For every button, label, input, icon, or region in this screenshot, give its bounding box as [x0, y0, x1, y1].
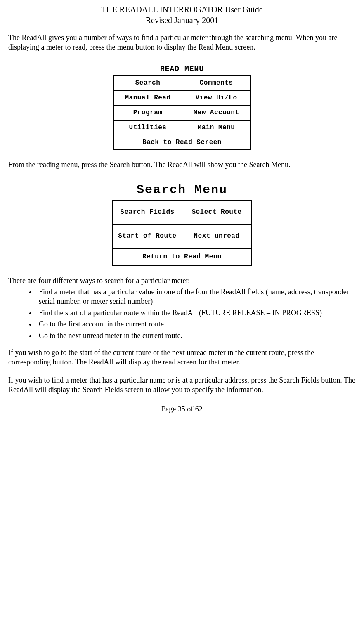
search-fields-button[interactable]: Search Fields: [112, 200, 182, 225]
list-item: Go to the first account in the current r…: [36, 319, 356, 329]
manual-read-button[interactable]: Manual Read: [113, 90, 182, 106]
paragraph-search-intro: From the reading menu, press the Search …: [8, 160, 356, 170]
list-item: Find a meter that has a particular value…: [36, 287, 356, 307]
paragraph-start-route: If you wish to go to the start of the cu…: [8, 348, 356, 367]
page-number: Page 35 of 62: [8, 404, 356, 414]
search-menu-screenshot: Search Menu Search Fields Select Route S…: [8, 180, 356, 266]
return-to-read-menu-button[interactable]: Return to Read Menu: [112, 248, 252, 266]
utilities-button[interactable]: Utilities: [113, 120, 182, 135]
view-hilo-button[interactable]: View Hi/Lo: [182, 90, 251, 106]
paragraph-four-ways: There are four different ways to search …: [8, 276, 356, 286]
read-menu-screenshot: READ MENU Search Comments Manual Read Vi…: [8, 63, 356, 150]
select-route-button[interactable]: Select Route: [182, 200, 252, 225]
main-menu-button[interactable]: Main Menu: [182, 120, 251, 135]
page-header: THE READALL INTERROGATOR User Guide Revi…: [8, 4, 356, 26]
doc-title: THE READALL INTERROGATOR User Guide: [8, 4, 356, 15]
search-button[interactable]: Search: [113, 75, 182, 91]
next-unread-button[interactable]: Next unread: [182, 224, 252, 249]
doc-subtitle: Revised January 2001: [8, 15, 356, 26]
list-item: Go to the next unread meter in the curre…: [36, 331, 356, 340]
paragraph-search-fields: If you wish to find a meter that has a p…: [8, 376, 356, 395]
comments-button[interactable]: Comments: [182, 75, 251, 91]
read-menu-title: READ MENU: [113, 64, 251, 74]
new-account-button[interactable]: New Account: [182, 105, 251, 121]
search-menu-title: Search Menu: [113, 182, 251, 198]
program-button[interactable]: Program: [113, 105, 182, 121]
paragraph-intro: The ReadAll gives you a number of ways t…: [8, 33, 356, 52]
list-item: Find the start of a particular route wit…: [36, 308, 356, 318]
search-ways-list: Find a meter that has a particular value…: [8, 287, 356, 340]
start-of-route-button[interactable]: Start of Route: [112, 224, 182, 249]
back-to-read-button[interactable]: Back to Read Screen: [113, 135, 251, 150]
